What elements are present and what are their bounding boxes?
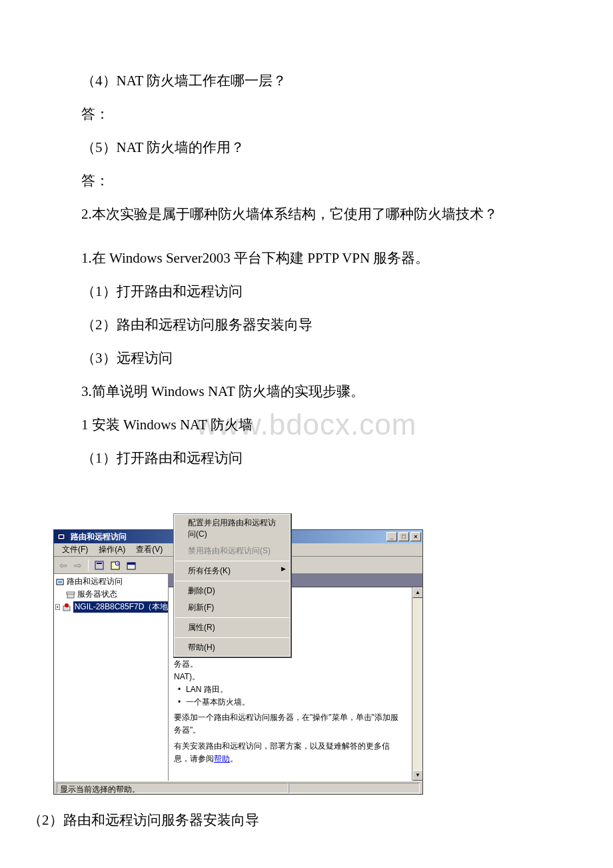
window-title: 路由和远程访问	[71, 531, 127, 543]
cm-alltasks-label: 所有任务(K)	[188, 566, 231, 575]
expand-icon[interactable]: +	[55, 604, 60, 610]
tree-server-label: NGIL-28B8C85F7D（本地）	[73, 601, 169, 613]
cm-separator-4	[175, 637, 289, 638]
step-1-1: （1）打开路由和远程访问	[53, 277, 560, 305]
cm-separator-3	[175, 617, 289, 618]
tree-root-label: 路由和远程访问	[67, 576, 123, 587]
cm-delete[interactable]: 删除(D)	[175, 583, 290, 599]
bullet-3: 务器。	[174, 658, 405, 671]
forward-button[interactable]: ⇨	[71, 560, 85, 571]
tree-panel: 路由和远程访问 服务器状态 + NGIL-28B8C85F7D（本地）	[54, 574, 169, 781]
content-p2-wrap: 有关安装路由和远程访问，部署方案，以及疑难解答的更多信息，请参阅帮助。	[174, 740, 405, 765]
tree-root[interactable]: 路由和远程访问	[54, 575, 168, 588]
context-menu: 配置并启用路由和远程访问(C) 禁用路由和远程访问(S) 所有任务(K) ▶ 删…	[173, 513, 292, 658]
question-4: （4）NAT 防火墙工作在哪一层？	[53, 67, 560, 95]
tree-status-label: 服务器状态	[77, 589, 117, 600]
bullet-5: LAN 路田。	[174, 683, 405, 696]
toolbar-btn-2[interactable]: ?	[108, 559, 123, 572]
cm-alltasks[interactable]: 所有任务(K) ▶	[175, 563, 290, 579]
svg-rect-8	[127, 563, 135, 565]
cm-disable: 禁用路由和远程访问(S)	[175, 543, 290, 559]
para-1: 1.在 Windows Server2003 平台下构建 PPTP VPN 服务…	[53, 244, 560, 272]
submenu-arrow-icon: ▶	[281, 565, 286, 572]
answer-5: 答：	[53, 167, 560, 195]
step-1-3: （3）远程访问	[53, 344, 560, 372]
toolbar-separator	[88, 559, 89, 571]
cm-properties[interactable]: 属性(R)	[175, 619, 290, 636]
content-p2b: 。	[230, 754, 238, 763]
minimize-button[interactable]: _	[386, 532, 397, 541]
cm-separator-1	[175, 561, 289, 561]
statusbar: 显示当前选择的帮助。	[54, 781, 422, 794]
menu-file[interactable]: 文件(F)	[57, 543, 93, 557]
menu-action[interactable]: 操作(A)	[93, 543, 131, 557]
status-empty	[289, 783, 420, 793]
svg-rect-3	[97, 563, 102, 564]
server-icon	[55, 577, 65, 587]
menu-view[interactable]: 查看(V)	[131, 543, 168, 557]
para-4-step1: （1）打开路由和远程访问	[53, 444, 560, 472]
cm-configure[interactable]: 配置并启用路由和远程访问(C)	[175, 515, 290, 543]
caption-2: （2）路由和远程访问服务器安装向导	[0, 811, 613, 829]
toolbar-btn-3[interactable]	[124, 559, 139, 572]
question-5: （5）NAT 防火墙的作用？	[53, 133, 560, 161]
svg-point-14	[65, 603, 69, 607]
step-1-2: （2）路由和远程访问服务器安装向导	[53, 311, 560, 339]
help-link[interactable]: 帮助	[214, 754, 230, 763]
cm-separator-2	[175, 581, 289, 581]
scrollbar[interactable]: ▲ ▼	[412, 587, 422, 781]
toolbar-btn-1[interactable]	[92, 559, 107, 572]
svg-rect-12	[67, 592, 75, 594]
status-icon	[66, 590, 75, 599]
close-button[interactable]: ×	[410, 532, 421, 541]
cm-help[interactable]: 帮助(H)	[175, 639, 290, 656]
app-icon	[57, 532, 66, 541]
svg-rect-1	[59, 535, 63, 538]
bullet-4: NAT)。	[174, 671, 405, 683]
back-button[interactable]: ⇦	[57, 560, 70, 571]
para-4: 1 安装 Windows NAT 防火墙	[53, 411, 560, 439]
bullet-6: 一个基本防火墙。	[174, 696, 405, 709]
cm-refresh[interactable]: 刷新(F)	[175, 599, 290, 616]
answer-4: 答：	[53, 100, 560, 128]
status-text: 显示当前选择的帮助。	[57, 783, 289, 793]
content-p1: 要添加一个路由和远程访问服务器，在"操作"菜单，单击"添加服务器"。	[174, 711, 405, 737]
svg-rect-2	[95, 561, 103, 569]
tree-status[interactable]: 服务器状态	[54, 588, 168, 601]
server-red-icon	[62, 603, 71, 612]
svg-rect-10	[58, 581, 62, 583]
tree-server[interactable]: + NGIL-28B8C85F7D（本地）	[54, 601, 168, 613]
maximize-button[interactable]: □	[398, 532, 409, 541]
scroll-down-button[interactable]: ▼	[412, 770, 422, 781]
scroll-up-button[interactable]: ▲	[412, 587, 422, 598]
scroll-track[interactable]	[412, 598, 422, 770]
para-2: 2.本次实验是属于哪种防火墙体系结构，它使用了哪种防火墙技术？	[25, 200, 560, 228]
para-3: 3.简单说明 Windows NAT 防火墙的实现步骤。	[53, 377, 560, 405]
content-p2a: 有关安装路由和远程访问，部署方案，以及疑难解答的更多信息，请参阅	[174, 741, 390, 763]
